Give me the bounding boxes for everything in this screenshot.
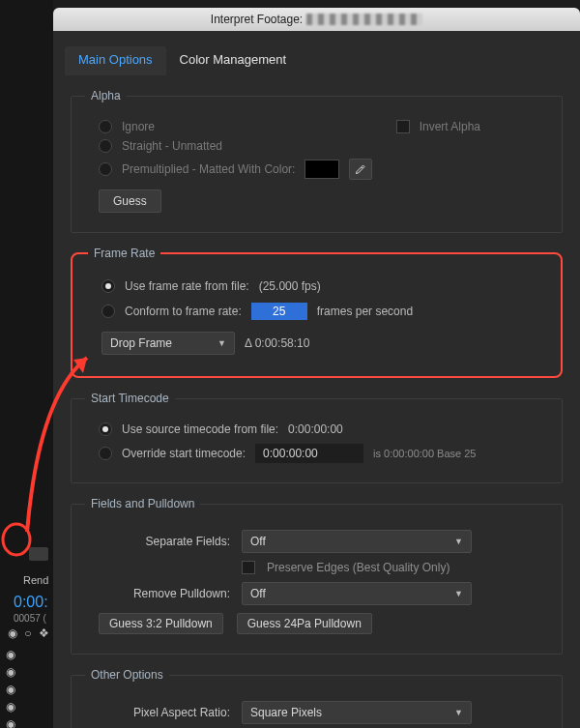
timeline-switches[interactable]: ◉ ○ ❖ [8,626,51,640]
use-frame-rate-file-value: (25.000 fps) [259,279,321,293]
preserve-edges-checkbox[interactable] [242,561,255,574]
chevron-down-icon: ▼ [218,338,226,348]
layer-eye-icon[interactable]: ◉ [6,700,15,713]
use-source-tc-value: 0:00:00:00 [288,422,343,436]
dialog-titlebar[interactable]: Interpret Footage: [53,8,580,31]
chevron-down-icon: ▼ [454,537,463,546]
dialog-title-filename-redacted [306,14,422,25]
current-timecode[interactable]: 0:00: [14,594,48,611]
alpha-legend: Alpha [85,89,127,102]
conform-frame-rate-radio[interactable] [102,305,115,318]
alpha-group: Alpha Ignore Invert Alpha Straight - Unm… [71,89,563,233]
frame-rate-group: Frame Rate Use frame rate from file: (25… [71,247,563,378]
other-options-group: Other Options Pixel Aspect Ratio: Square… [71,668,563,728]
tab-color-management[interactable]: Color Management [166,46,301,75]
project-panel-strip: Rend 0:00: 00057 ( ◉ ○ ❖ ◉ ◉ ◉ ◉ ◉ [0,0,53,728]
chevron-down-icon: ▼ [454,589,463,598]
render-label: Rend [23,574,48,586]
duration-delta: Δ 0:00:58:10 [245,336,309,350]
conform-fps-input[interactable] [251,303,307,320]
override-tc-input[interactable] [255,444,363,463]
par-value: Square Pixels [250,706,322,719]
separate-fields-label: Separate Fields: [85,535,230,548]
conform-frame-rate-label: Conform to frame rate: [125,305,242,318]
layer-eye-icon[interactable]: ◉ [6,648,15,661]
alpha-straight-label: Straight - Unmatted [122,139,222,153]
start-timecode-legend: Start Timecode [85,392,175,405]
use-frame-rate-file-radio[interactable] [102,279,115,293]
fps-suffix-label: frames per second [317,305,413,318]
separate-fields-dropdown[interactable]: Off ▼ [242,530,472,553]
alpha-straight-radio[interactable] [99,139,112,153]
alpha-ignore-label: Ignore [122,120,155,133]
dialog-body: Alpha Ignore Invert Alpha Straight - Unm… [53,75,580,728]
override-tc-label: Override start timecode: [122,447,246,460]
eyedropper-icon[interactable] [349,159,372,180]
drop-frame-value: Drop Frame [110,336,172,350]
use-frame-rate-file-label: Use frame rate from file: [125,279,249,293]
dialog-title: Interpret Footage: [211,13,303,26]
par-label: Pixel Aspect Ratio: [85,706,230,719]
use-source-tc-radio[interactable] [99,422,112,436]
matte-color-swatch[interactable] [304,160,339,179]
invert-alpha-label: Invert Alpha [420,120,480,133]
other-options-legend: Other Options [85,668,169,682]
alpha-premult-label: Premultiplied - Matted With Color: [122,162,295,176]
guess-24pa-pulldown-button[interactable]: Guess 24Pa Pulldown [237,613,372,634]
tab-main-options[interactable]: Main Options [65,46,166,75]
layer-eye-icon[interactable]: ◉ [6,665,15,679]
layer-eye-icon[interactable]: ◉ [6,717,15,728]
chevron-down-icon: ▼ [454,708,463,717]
start-timecode-group: Start Timecode Use source timecode from … [71,392,563,483]
guess-3-2-pulldown-button[interactable]: Guess 3:2 Pulldown [99,613,223,634]
app-root: Rend 0:00: 00057 ( ◉ ○ ❖ ◉ ◉ ◉ ◉ ◉ Inter… [0,0,580,728]
remove-pulldown-value: Off [250,587,266,600]
use-source-tc-label: Use source timecode from file: [122,422,278,436]
current-frame: 00057 ( [14,613,46,624]
alpha-ignore-radio[interactable] [99,120,112,133]
drop-frame-dropdown[interactable]: Drop Frame ▼ [102,332,235,355]
remove-pulldown-label: Remove Pulldown: [85,587,230,600]
interpret-footage-dialog: Interpret Footage: Main Options Color Ma… [53,8,580,728]
dialog-tabs: Main Options Color Management [53,31,580,75]
invert-alpha-checkbox[interactable] [396,120,410,133]
alpha-guess-button[interactable]: Guess [99,189,161,213]
override-tc-radio[interactable] [99,447,112,460]
fields-pulldown-legend: Fields and Pulldown [85,497,200,510]
separate-fields-value: Off [250,535,266,548]
override-tc-note: is 0:00:00:00 Base 25 [373,448,476,459]
fields-pulldown-group: Fields and Pulldown Separate Fields: Off… [71,497,563,655]
par-dropdown[interactable]: Square Pixels ▼ [242,701,472,724]
preserve-edges-label: Preserve Edges (Best Quality Only) [267,561,450,574]
folder-icon[interactable] [29,547,48,561]
frame-rate-legend: Frame Rate [88,247,160,260]
layer-eye-icon[interactable]: ◉ [6,683,15,696]
remove-pulldown-dropdown[interactable]: Off ▼ [242,582,472,605]
alpha-premult-radio[interactable] [99,162,112,176]
